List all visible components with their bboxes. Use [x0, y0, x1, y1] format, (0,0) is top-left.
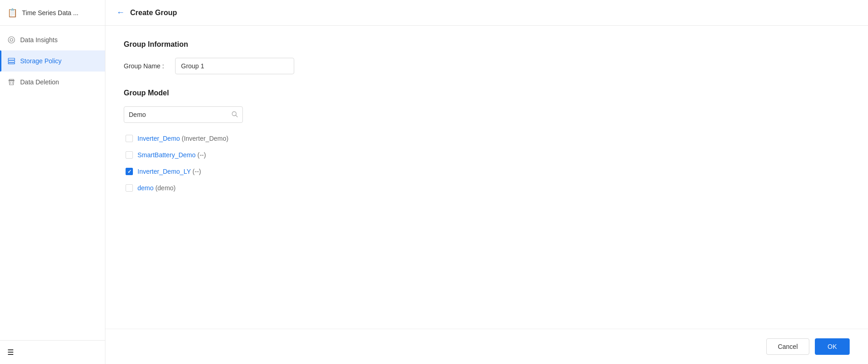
model-search-input[interactable]	[129, 111, 231, 118]
checkbox-label-smartbattery-demo: SmartBattery_Demo (--)	[137, 151, 206, 159]
sidebar-item-data-insights[interactable]: Data Insights	[0, 29, 105, 50]
data-deletion-icon	[7, 78, 16, 86]
sidebar-title-icon: 📋	[7, 8, 17, 18]
sidebar: 📋 Time Series Data ... Data Insights Sto…	[0, 0, 105, 364]
back-arrow-icon[interactable]: ←	[116, 8, 125, 17]
group-information-section: Group Information Group Name :	[124, 40, 850, 74]
footer-buttons: Cancel OK	[105, 329, 868, 364]
search-icon	[231, 111, 238, 119]
model-checkbox-list: Inverter_Demo (Inverter_Demo) SmartBatte…	[124, 130, 850, 196]
checkbox-smartbattery-demo[interactable]	[126, 151, 133, 159]
sidebar-title: 📋 Time Series Data ...	[0, 0, 105, 26]
group-name-label: Group Name :	[124, 62, 170, 70]
sidebar-title-text: Time Series Data ...	[22, 9, 78, 17]
sidebar-footer-icon: ☰	[7, 348, 14, 356]
svg-rect-2	[8, 58, 15, 60]
svg-line-10	[236, 115, 238, 117]
group-name-input[interactable]	[175, 58, 294, 74]
sidebar-item-label: Storage Policy	[20, 57, 61, 65]
svg-rect-5	[9, 79, 14, 80]
checkbox-label-inverter-demo: Inverter_Demo (Inverter_Demo)	[137, 135, 228, 142]
checkbox-label-inverter-demo-ly: Inverter_Demo_LY (--)	[137, 168, 201, 175]
sidebar-nav: Data Insights Storage Policy	[0, 26, 105, 340]
sidebar-item-data-deletion[interactable]: Data Deletion	[0, 72, 105, 93]
form-area: Group Information Group Name : Group Mod…	[105, 26, 868, 329]
group-model-section: Group Model Inverter_Demo (Inverter_	[124, 89, 850, 196]
group-model-title: Group Model	[124, 89, 850, 97]
list-item[interactable]: SmartBattery_Demo (--)	[124, 147, 850, 163]
list-item[interactable]: Inverter_Demo_LY (--)	[124, 163, 850, 180]
sidebar-item-label: Data Deletion	[20, 78, 59, 86]
sidebar-item-label: Data Insights	[20, 36, 58, 44]
group-name-row: Group Name :	[124, 58, 850, 74]
sidebar-item-storage-policy[interactable]: Storage Policy	[0, 50, 105, 72]
list-item[interactable]: Inverter_Demo (Inverter_Demo)	[124, 130, 850, 147]
svg-rect-4	[8, 63, 15, 64]
storage-policy-icon	[7, 57, 16, 65]
checkbox-inverter-demo[interactable]	[126, 135, 133, 142]
page-header: ← Create Group	[105, 0, 868, 26]
svg-rect-6	[8, 80, 15, 81]
svg-point-0	[8, 37, 15, 43]
group-information-title: Group Information	[124, 40, 850, 49]
list-item[interactable]: demo (demo)	[124, 180, 850, 196]
ok-button[interactable]: OK	[815, 338, 850, 355]
page-title: Create Group	[130, 9, 177, 17]
data-insights-icon	[7, 36, 16, 44]
checkbox-demo[interactable]	[126, 184, 133, 192]
main-content: ← Create Group Group Information Group N…	[105, 0, 868, 364]
svg-point-1	[10, 39, 13, 41]
checkbox-label-demo: demo (demo)	[137, 184, 176, 192]
model-search-box	[124, 106, 243, 123]
checkbox-inverter-demo-ly[interactable]	[126, 168, 133, 175]
svg-rect-3	[8, 61, 15, 62]
cancel-button[interactable]: Cancel	[766, 338, 809, 355]
sidebar-footer: ☰	[0, 340, 105, 364]
